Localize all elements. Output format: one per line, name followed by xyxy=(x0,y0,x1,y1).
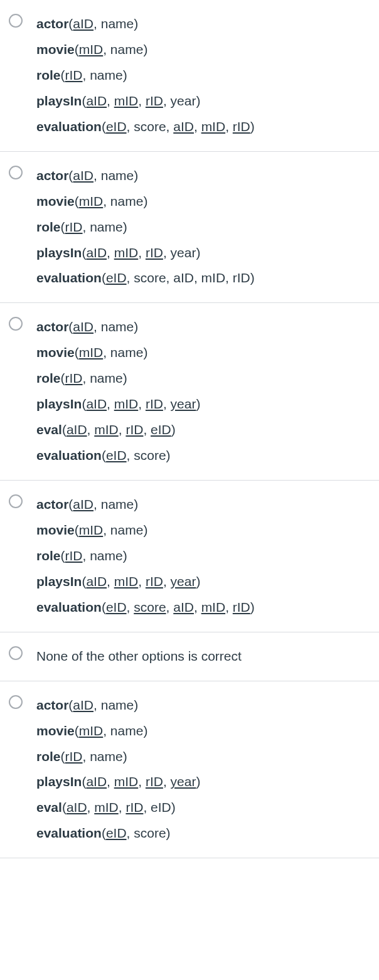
text-segment: , xyxy=(107,397,114,411)
relation-name: eval xyxy=(36,800,62,814)
text-segment: , score) xyxy=(127,448,171,462)
text-segment: , xyxy=(138,774,146,789)
relation-name: evaluation xyxy=(36,448,102,462)
text-segment: ( xyxy=(61,220,65,234)
schema-line: role(rID, name) xyxy=(36,543,370,569)
radio-button[interactable] xyxy=(9,695,23,709)
text-segment: , xyxy=(225,600,233,614)
text-segment: , name) xyxy=(93,319,138,334)
key-attribute: eID xyxy=(151,422,171,437)
key-attribute: mID xyxy=(79,42,104,56)
text-segment: ( xyxy=(61,548,65,563)
text-segment: , xyxy=(119,800,126,814)
text-segment: , name) xyxy=(83,749,127,764)
key-attribute: year xyxy=(171,774,196,789)
text-segment: , name) xyxy=(93,168,138,183)
answer-option[interactable]: actor(aID, name)movie(mID, name)role(rID… xyxy=(0,0,379,152)
relation-name: playsIn xyxy=(36,774,82,789)
text-segment: , xyxy=(138,397,146,411)
key-attribute: eID xyxy=(106,448,127,462)
key-attribute: aID xyxy=(86,574,107,589)
text-segment: ( xyxy=(102,270,106,285)
text-segment: ) xyxy=(196,774,200,789)
key-attribute: aID xyxy=(86,774,107,789)
text-segment: ( xyxy=(61,749,65,764)
answer-content: None of the other options is correct xyxy=(36,644,370,669)
text-segment: ( xyxy=(62,800,67,814)
relation-name: playsIn xyxy=(36,397,82,411)
key-attribute: aID xyxy=(73,497,93,511)
key-attribute: rID xyxy=(146,245,163,260)
schema-line: evaluation(eID, score, aID, mID, rID) xyxy=(36,114,370,140)
schema-line: movie(mID, name) xyxy=(36,37,370,63)
text-segment: ) xyxy=(196,397,200,411)
answer-content: actor(aID, name)movie(mID, name)role(rID… xyxy=(36,314,370,469)
text-segment: , name) xyxy=(103,42,147,56)
schema-line: actor(aID, name) xyxy=(36,11,370,37)
schema-line: role(rID, name) xyxy=(36,215,370,240)
key-attribute: aID xyxy=(173,600,194,614)
text-segment: , name) xyxy=(93,497,138,511)
schema-line: evaluation(eID, score, aID, mID, rID) xyxy=(36,595,370,620)
text-segment: , xyxy=(87,800,95,814)
text-segment: , name) xyxy=(103,523,147,537)
answer-option[interactable]: actor(aID, name)movie(mID, name)role(rID… xyxy=(0,152,379,304)
answer-option[interactable]: actor(aID, name)movie(mID, name)role(rID… xyxy=(0,481,379,632)
relation-name: actor xyxy=(36,168,68,183)
relation-name: playsIn xyxy=(36,93,82,108)
schema-line: actor(aID, name) xyxy=(36,693,370,718)
answer-option[interactable]: actor(aID, name)movie(mID, name)role(rID… xyxy=(0,681,379,859)
key-attribute: mID xyxy=(201,119,226,134)
text-segment: , xyxy=(87,422,95,437)
text-segment: , xyxy=(107,93,114,108)
relation-name: role xyxy=(36,220,61,234)
text-segment: ) xyxy=(196,574,200,589)
text-segment: , xyxy=(119,422,126,437)
schema-line: role(rID, name) xyxy=(36,366,370,391)
key-attribute: rID xyxy=(233,119,250,134)
radio-button[interactable] xyxy=(9,166,23,179)
radio-button[interactable] xyxy=(9,494,23,508)
key-attribute: aID xyxy=(73,168,93,183)
key-attribute: score xyxy=(134,600,166,614)
schema-line: None of the other options is correct xyxy=(36,644,370,669)
schema-line: role(rID, name) xyxy=(36,744,370,770)
key-attribute: mID xyxy=(79,345,104,360)
text-segment: , xyxy=(107,774,114,789)
key-attribute: aID xyxy=(73,319,93,334)
relation-name: actor xyxy=(36,319,68,334)
text-segment: , year) xyxy=(163,93,201,108)
radio-button[interactable] xyxy=(9,317,23,331)
answer-content: actor(aID, name)movie(mID, name)role(rID… xyxy=(36,163,370,292)
relation-name: actor xyxy=(36,698,68,712)
key-attribute: year xyxy=(171,397,196,411)
text-segment: ) xyxy=(250,119,255,134)
relation-name: movie xyxy=(36,723,75,738)
text-segment: ( xyxy=(75,723,79,738)
text-segment: , xyxy=(138,574,146,589)
text-segment: , xyxy=(163,397,171,411)
schema-line: playsIn(aID, mID, rID, year) xyxy=(36,240,370,266)
radio-button[interactable] xyxy=(9,646,23,660)
key-attribute: aID xyxy=(86,245,107,260)
text-segment: , name) xyxy=(93,698,138,712)
text-segment: , score, xyxy=(127,119,174,134)
text-segment: , xyxy=(107,574,114,589)
key-attribute: eID xyxy=(106,270,127,285)
text-segment: , name) xyxy=(103,345,147,360)
radio-button[interactable] xyxy=(9,14,23,28)
relation-name: movie xyxy=(36,42,75,56)
text-segment: , year) xyxy=(163,245,201,260)
answer-option[interactable]: actor(aID, name)movie(mID, name)role(rID… xyxy=(0,303,379,481)
key-attribute: mID xyxy=(114,774,139,789)
answer-content: actor(aID, name)movie(mID, name)role(rID… xyxy=(36,693,370,847)
relation-name: eval xyxy=(36,422,62,437)
key-attribute: aID xyxy=(73,16,93,31)
key-attribute: mID xyxy=(114,397,139,411)
text-segment: ( xyxy=(61,68,65,82)
text-segment: ( xyxy=(102,448,106,462)
relation-name: evaluation xyxy=(36,826,102,840)
relation-name: playsIn xyxy=(36,245,82,260)
answer-option[interactable]: None of the other options is correct xyxy=(0,632,379,681)
text-segment: ( xyxy=(75,194,79,208)
